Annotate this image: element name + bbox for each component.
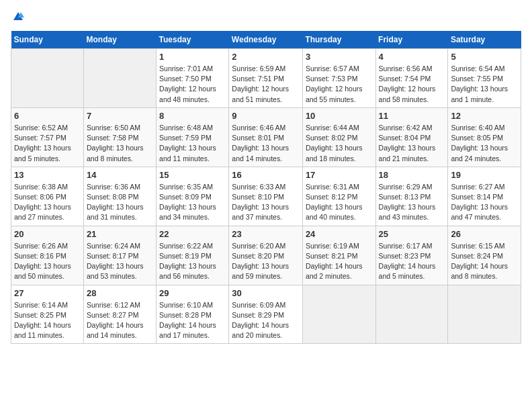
day-number: 29 (159, 288, 226, 298)
logo (11, 11, 24, 23)
calendar-cell: 10Sunrise: 6:44 AM Sunset: 8:02 PM Dayli… (302, 107, 375, 167)
calendar-cell: 15Sunrise: 6:35 AM Sunset: 8:09 PM Dayli… (157, 167, 229, 226)
calendar-cell: 7Sunrise: 6:50 AM Sunset: 7:58 PM Daylig… (83, 107, 156, 167)
day-number: 9 (232, 111, 300, 121)
day-number: 6 (14, 111, 81, 121)
logo-icon (12, 11, 24, 23)
calendar-cell: 18Sunrise: 6:29 AM Sunset: 8:13 PM Dayli… (375, 167, 448, 226)
calendar-cell: 20Sunrise: 6:26 AM Sunset: 8:16 PM Dayli… (11, 226, 84, 285)
day-info: Sunrise: 6:10 AM Sunset: 8:28 PM Dayligh… (159, 300, 226, 341)
calendar-cell: 4Sunrise: 6:56 AM Sunset: 7:54 PM Daylig… (375, 49, 448, 108)
calendar-cell: 27Sunrise: 6:14 AM Sunset: 8:25 PM Dayli… (11, 285, 84, 344)
day-info: Sunrise: 6:09 AM Sunset: 8:29 PM Dayligh… (232, 300, 300, 341)
day-info: Sunrise: 6:29 AM Sunset: 8:13 PM Dayligh… (379, 182, 445, 223)
calendar-cell: 14Sunrise: 6:36 AM Sunset: 8:08 PM Dayli… (83, 167, 156, 226)
calendar-cell: 22Sunrise: 6:22 AM Sunset: 8:19 PM Dayli… (157, 226, 229, 285)
days-of-week-row: SundayMondayTuesdayWednesdayThursdayFrid… (11, 31, 521, 49)
day-of-week-header: Saturday (448, 31, 521, 49)
calendar-cell: 9Sunrise: 6:46 AM Sunset: 8:01 PM Daylig… (229, 107, 303, 167)
calendar-cell: 21Sunrise: 6:24 AM Sunset: 8:17 PM Dayli… (83, 226, 156, 285)
day-number: 19 (451, 170, 518, 180)
calendar-cell (11, 49, 84, 108)
day-info: Sunrise: 6:12 AM Sunset: 8:27 PM Dayligh… (87, 300, 153, 341)
calendar-body: 1Sunrise: 7:01 AM Sunset: 7:50 PM Daylig… (11, 49, 521, 344)
day-info: Sunrise: 6:31 AM Sunset: 8:12 PM Dayligh… (306, 182, 373, 223)
calendar-cell: 1Sunrise: 7:01 AM Sunset: 7:50 PM Daylig… (157, 49, 229, 108)
day-info: Sunrise: 6:46 AM Sunset: 8:01 PM Dayligh… (232, 123, 300, 164)
day-of-week-header: Tuesday (157, 31, 229, 49)
day-number: 1 (159, 52, 226, 62)
day-info: Sunrise: 6:44 AM Sunset: 8:02 PM Dayligh… (306, 123, 373, 164)
day-number: 5 (451, 52, 518, 62)
day-number: 2 (232, 52, 300, 62)
day-of-week-header: Friday (375, 31, 448, 49)
day-info: Sunrise: 6:26 AM Sunset: 8:16 PM Dayligh… (14, 241, 81, 282)
day-info: Sunrise: 6:20 AM Sunset: 8:20 PM Dayligh… (232, 241, 300, 282)
day-number: 17 (306, 170, 373, 180)
calendar-cell: 2Sunrise: 6:59 AM Sunset: 7:51 PM Daylig… (229, 49, 303, 108)
day-number: 20 (14, 229, 81, 239)
calendar-cell: 6Sunrise: 6:52 AM Sunset: 7:57 PM Daylig… (11, 107, 84, 167)
calendar-header: SundayMondayTuesdayWednesdayThursdayFrid… (11, 31, 521, 49)
day-info: Sunrise: 6:14 AM Sunset: 8:25 PM Dayligh… (14, 300, 81, 341)
day-info: Sunrise: 6:35 AM Sunset: 8:09 PM Dayligh… (159, 182, 226, 223)
day-number: 13 (14, 170, 81, 180)
calendar-cell: 5Sunrise: 6:54 AM Sunset: 7:55 PM Daylig… (448, 49, 521, 108)
calendar-cell: 29Sunrise: 6:10 AM Sunset: 8:28 PM Dayli… (157, 285, 229, 344)
day-number: 22 (159, 229, 226, 239)
calendar-cell: 8Sunrise: 6:48 AM Sunset: 7:59 PM Daylig… (157, 107, 229, 167)
day-number: 11 (379, 111, 445, 121)
calendar-week-row: 1Sunrise: 7:01 AM Sunset: 7:50 PM Daylig… (11, 49, 521, 108)
calendar-cell: 11Sunrise: 6:42 AM Sunset: 8:04 PM Dayli… (375, 107, 448, 167)
day-number: 4 (379, 52, 445, 62)
calendar-cell: 13Sunrise: 6:38 AM Sunset: 8:06 PM Dayli… (11, 167, 84, 226)
calendar-cell (302, 285, 375, 344)
day-number: 27 (14, 288, 81, 298)
calendar-week-row: 13Sunrise: 6:38 AM Sunset: 8:06 PM Dayli… (11, 167, 521, 226)
day-info: Sunrise: 6:27 AM Sunset: 8:14 PM Dayligh… (451, 182, 518, 223)
day-number: 7 (87, 111, 153, 121)
day-number: 26 (451, 229, 518, 239)
day-info: Sunrise: 6:42 AM Sunset: 8:04 PM Dayligh… (379, 123, 445, 164)
calendar-cell: 17Sunrise: 6:31 AM Sunset: 8:12 PM Dayli… (302, 167, 375, 226)
day-number: 10 (306, 111, 373, 121)
day-info: Sunrise: 6:52 AM Sunset: 7:57 PM Dayligh… (14, 123, 81, 164)
day-number: 12 (451, 111, 518, 121)
calendar-cell: 25Sunrise: 6:17 AM Sunset: 8:23 PM Dayli… (375, 226, 448, 285)
day-number: 8 (159, 111, 226, 121)
day-number: 18 (379, 170, 445, 180)
calendar-week-row: 27Sunrise: 6:14 AM Sunset: 8:25 PM Dayli… (11, 285, 521, 344)
day-info: Sunrise: 6:48 AM Sunset: 7:59 PM Dayligh… (159, 123, 226, 164)
day-info: Sunrise: 6:54 AM Sunset: 7:55 PM Dayligh… (451, 64, 518, 105)
calendar-cell: 3Sunrise: 6:57 AM Sunset: 7:53 PM Daylig… (302, 49, 375, 108)
calendar-week-row: 6Sunrise: 6:52 AM Sunset: 7:57 PM Daylig… (11, 107, 521, 167)
day-info: Sunrise: 6:36 AM Sunset: 8:08 PM Dayligh… (87, 182, 153, 223)
day-info: Sunrise: 6:40 AM Sunset: 8:05 PM Dayligh… (451, 123, 518, 164)
day-info: Sunrise: 7:01 AM Sunset: 7:50 PM Dayligh… (159, 64, 226, 105)
calendar-cell: 28Sunrise: 6:12 AM Sunset: 8:27 PM Dayli… (83, 285, 156, 344)
calendar-cell (375, 285, 448, 344)
day-of-week-header: Wednesday (229, 31, 303, 49)
calendar-cell (83, 49, 156, 108)
day-number: 23 (232, 229, 300, 239)
day-info: Sunrise: 6:33 AM Sunset: 8:10 PM Dayligh… (232, 182, 300, 223)
day-number: 28 (87, 288, 153, 298)
day-number: 21 (87, 229, 153, 239)
calendar-cell: 26Sunrise: 6:15 AM Sunset: 8:24 PM Dayli… (448, 226, 521, 285)
calendar-table: SundayMondayTuesdayWednesdayThursdayFrid… (11, 31, 521, 344)
calendar-cell: 24Sunrise: 6:19 AM Sunset: 8:21 PM Dayli… (302, 226, 375, 285)
day-of-week-header: Sunday (11, 31, 84, 49)
day-info: Sunrise: 6:19 AM Sunset: 8:21 PM Dayligh… (306, 241, 373, 282)
calendar-cell: 19Sunrise: 6:27 AM Sunset: 8:14 PM Dayli… (448, 167, 521, 226)
day-number: 30 (232, 288, 300, 298)
calendar-cell (448, 285, 521, 344)
day-of-week-header: Monday (83, 31, 156, 49)
day-number: 14 (87, 170, 153, 180)
day-info: Sunrise: 6:38 AM Sunset: 8:06 PM Dayligh… (14, 182, 81, 223)
day-number: 16 (232, 170, 300, 180)
day-info: Sunrise: 6:24 AM Sunset: 8:17 PM Dayligh… (87, 241, 153, 282)
day-info: Sunrise: 6:59 AM Sunset: 7:51 PM Dayligh… (232, 64, 300, 105)
calendar-week-row: 20Sunrise: 6:26 AM Sunset: 8:16 PM Dayli… (11, 226, 521, 285)
day-info: Sunrise: 6:57 AM Sunset: 7:53 PM Dayligh… (306, 64, 373, 105)
calendar-cell: 16Sunrise: 6:33 AM Sunset: 8:10 PM Dayli… (229, 167, 303, 226)
